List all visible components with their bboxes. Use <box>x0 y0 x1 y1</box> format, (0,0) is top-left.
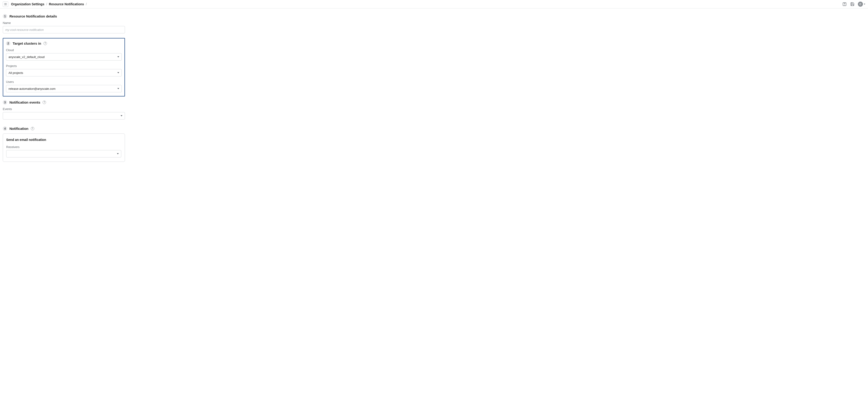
topbar-left: Organization Settings / Resource Notific… <box>3 1 87 7</box>
help-square-icon <box>842 2 846 6</box>
cloud-label: Cloud <box>6 48 122 52</box>
name-label: Name <box>3 21 125 25</box>
user-menu[interactable]: C <box>858 2 865 7</box>
step-number: 4 <box>3 126 7 131</box>
menu-toggle-button[interactable] <box>3 1 8 7</box>
topbar-right: C <box>842 2 865 7</box>
section-title: Target clusters in <box>13 41 41 46</box>
card-title: Send an email notification <box>6 138 122 142</box>
section-target-clusters: 2 Target clusters in ? Cloud anyscale_v2… <box>3 38 125 96</box>
chevron-down-icon <box>864 4 865 5</box>
section-header: 4 Notification ? <box>3 126 125 131</box>
field-name: Name <box>3 21 125 33</box>
help-button[interactable] <box>842 2 847 6</box>
svg-point-4 <box>844 5 845 5</box>
events-label: Events <box>3 107 125 111</box>
events-select[interactable] <box>3 112 125 119</box>
projects-select-value: All projects <box>8 71 23 75</box>
cloud-select-value: anyscale_v2_default_cloud <box>8 55 44 59</box>
projects-label: Projects <box>6 64 122 68</box>
chevron-down-icon <box>117 72 119 73</box>
field-cloud: Cloud anyscale_v2_default_cloud <box>6 48 122 61</box>
section-details: 1 Resource Notification details Name <box>3 12 125 38</box>
menu-icon <box>4 3 7 6</box>
receivers-select[interactable] <box>6 150 121 157</box>
section-header: 2 Target clusters in ? <box>6 41 122 46</box>
save-button[interactable] <box>850 2 855 6</box>
users-select-value: release-automation@anyscale.com <box>8 87 56 90</box>
topbar: Organization Settings / Resource Notific… <box>0 0 868 8</box>
breadcrumb: Organization Settings / Resource Notific… <box>11 2 87 6</box>
help-icon[interactable]: ? <box>42 100 46 104</box>
section-title: Notification events <box>9 100 40 104</box>
section-events: 3 Notification events ? Events <box>3 98 125 124</box>
breadcrumb-separator: / <box>86 2 87 6</box>
step-number: 1 <box>3 14 7 19</box>
users-select[interactable]: release-automation@anyscale.com <box>6 85 122 92</box>
name-input[interactable] <box>3 26 125 33</box>
help-icon[interactable]: ? <box>31 127 34 130</box>
avatar: C <box>858 2 863 7</box>
chevron-down-icon <box>117 88 119 89</box>
breadcrumb-separator: / <box>46 2 47 6</box>
step-number: 3 <box>3 100 7 105</box>
help-icon[interactable]: ? <box>43 42 47 45</box>
cloud-select[interactable]: anyscale_v2_default_cloud <box>6 53 122 61</box>
field-events: Events <box>3 107 125 119</box>
section-title: Resource Notification details <box>9 14 57 18</box>
chevron-down-icon <box>121 115 122 117</box>
breadcrumb-org-settings[interactable]: Organization Settings <box>11 2 44 6</box>
users-label: Users <box>6 80 122 84</box>
breadcrumb-resource-notifications[interactable]: Resource Notifications <box>49 2 84 6</box>
field-users: Users release-automation@anyscale.com <box>6 80 122 92</box>
chevron-down-icon <box>117 153 119 154</box>
save-icon <box>850 2 855 6</box>
chevron-down-icon <box>117 56 119 58</box>
field-projects: Projects All projects <box>6 64 122 77</box>
receivers-label: Receivers <box>6 145 122 149</box>
main-content: 1 Resource Notification details Name 2 T… <box>0 8 128 176</box>
section-title: Notification <box>9 127 29 130</box>
section-header: 1 Resource Notification details <box>3 14 125 19</box>
field-receivers: Receivers <box>6 145 122 157</box>
step-number: 2 <box>6 41 10 46</box>
email-notification-card: Send an email notification Receivers <box>3 134 125 162</box>
section-notification: 4 Notification ? Send an email notificat… <box>3 124 125 167</box>
section-header: 3 Notification events ? <box>3 100 125 105</box>
projects-select[interactable]: All projects <box>6 69 122 77</box>
